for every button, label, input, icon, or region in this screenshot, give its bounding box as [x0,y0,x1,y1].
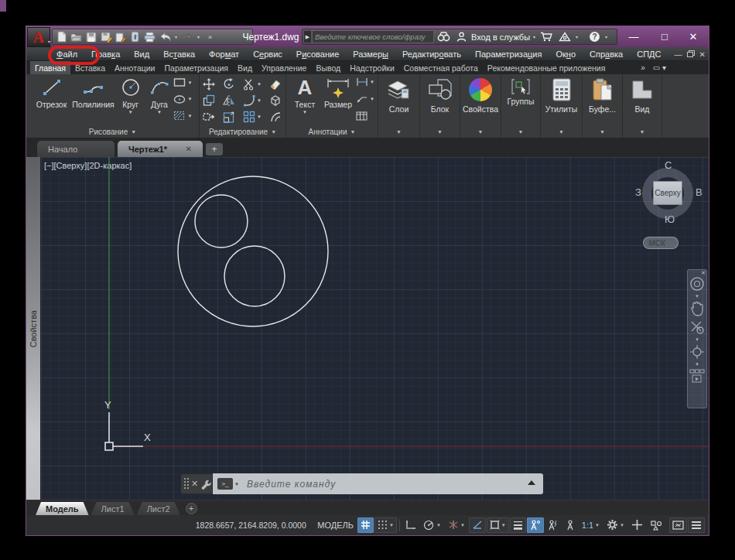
ribbon-panel-utilities[interactable]: Утилиты ▼ [541,74,583,138]
ribbon-tab-addins[interactable]: Надстройки [345,61,399,74]
ucs-button[interactable]: МСК⤢ [643,237,679,249]
orbit-icon[interactable] [689,344,705,360]
ribbon-panel-groups[interactable]: Группы ▼ [501,74,541,138]
menu-spds[interactable]: СПДС [630,50,668,59]
scale-list-button[interactable]: 1:1▼ [579,517,603,533]
ribbon-panel-block[interactable]: Блок ▼ [420,74,460,138]
ribbon-tab-parametric[interactable]: Параметризация [160,61,234,74]
grip-dots-icon[interactable] [183,477,189,490]
help-dropdown-icon[interactable]: ▾ [603,34,609,39]
save-icon[interactable] [85,31,97,43]
open-file-icon[interactable] [70,31,83,43]
text-button[interactable]: А Текст ▼ [289,74,320,125]
command-prompt-icon[interactable]: >_ [217,478,233,490]
plot-icon[interactable] [115,31,127,43]
command-dropdown-icon[interactable]: ▼ [234,482,239,487]
copy-icon[interactable] [203,94,223,107]
tab-close-icon[interactable]: ✕ [186,145,192,153]
array-icon[interactable]: ▼ [243,111,269,123]
rotate-icon[interactable] [223,78,243,90]
menu-tools[interactable]: Сервис [246,50,289,59]
user-icon[interactable] [456,32,467,42]
hatch-tool-icon[interactable]: ▼ [173,111,199,121]
new-layout-button[interactable]: + [186,503,197,514]
ellipse-tool-icon[interactable]: ▼ [173,94,199,104]
table-icon[interactable] [356,111,376,121]
settings-gear-button[interactable]: ▼ [603,517,627,533]
ribbon-tab-view[interactable]: Вид [233,61,257,74]
ribbon-panel-layers[interactable]: Слои ▼ [378,74,420,138]
explode-icon[interactable] [269,94,288,107]
customization-menu-button[interactable] [688,517,705,533]
signin-dropdown-icon[interactable]: ▾ [532,34,537,39]
new-file-icon[interactable] [56,31,68,43]
pan-hand-icon[interactable] [690,301,704,316]
close-button[interactable]: ✕ [682,26,705,46]
layout2-tab[interactable]: Лист2 [137,502,180,515]
annotation-autoscale-toggle[interactable] [545,517,562,533]
layout1-tab[interactable]: Лист1 [91,502,135,515]
mdi-close-icon[interactable]: ✕ [699,50,706,59]
command-line-handle[interactable]: ✕ [180,473,213,494]
autocad-logo-button[interactable]: A [27,27,50,47]
object-snap-toggle[interactable]: ▼ [487,517,509,533]
compass-south[interactable]: Ю [665,213,675,225]
rectangle-tool-icon[interactable]: ▼ [173,77,199,87]
menu-insert[interactable]: Вставка [156,50,202,59]
print-icon[interactable] [144,31,156,43]
fillet-icon[interactable]: ▼ [243,94,269,107]
menu-dimension[interactable]: Размеры [346,50,395,59]
mdi-restore-icon[interactable] [687,50,695,59]
annotation-panel-footer[interactable]: Аннотации▼ [286,125,378,138]
mobile-upload-icon[interactable] [129,31,142,43]
zoom-icon[interactable] [689,319,705,335]
redo-icon[interactable] [181,31,193,43]
cart-icon[interactable] [540,32,552,42]
steering-wheel-icon[interactable] [689,276,705,292]
mdi-minimize-icon[interactable]: — [675,50,682,59]
qat-more-icon[interactable]: » [208,33,212,41]
model-space-button[interactable]: МОДЕЛЬ [314,517,357,533]
ribbon-minimize-icon[interactable]: ▭ ▾ [653,63,666,72]
clean-screen-button[interactable] [669,517,687,533]
menu-help[interactable]: Справка [583,50,630,59]
trim-icon[interactable]: ▼ [243,78,269,90]
redo-dropdown-icon[interactable]: ▾ [196,34,201,39]
file-tab-start[interactable]: Начало [37,141,115,157]
mirror-icon[interactable] [223,94,243,107]
menu-view[interactable]: Вид [127,50,156,59]
menu-window[interactable]: Окно [549,50,583,59]
isoplane-toggle[interactable]: ▼ [445,517,468,533]
model-tab[interactable]: Модель [36,502,89,515]
leader-icon[interactable]: ▼ [356,94,376,104]
compass-east[interactable]: В [696,186,703,198]
compass-west[interactable]: З [635,186,641,198]
menu-draw[interactable]: Рисование [289,50,346,59]
wrench-icon[interactable] [200,479,211,490]
menu-parametric[interactable]: Параметризация [468,50,549,59]
ribbon-panel-clipboard[interactable]: Буфе... ▼ [583,74,623,138]
dim-linear-icon[interactable]: ▼ [356,77,376,87]
ribbon-tab-featured[interactable]: Рекомендованные приложения [483,61,610,74]
showmotion-icon[interactable] [689,369,705,383]
offset-icon[interactable] [269,111,288,123]
isolate-objects-button[interactable] [647,517,665,533]
scale-icon[interactable] [223,111,243,123]
file-tab-drawing1[interactable]: Чертеж1* ✕ [118,141,203,157]
collab-dropdown-icon[interactable]: ▾ [574,34,579,39]
ribbon-tab-annotate[interactable]: Аннотации [110,61,160,74]
draw-panel-footer[interactable]: Рисование▼ [26,125,199,138]
polar-tracking-toggle[interactable]: ▼ [420,517,444,533]
recent-commands-icon[interactable] [528,480,535,485]
object-snap-tracking-toggle[interactable] [469,517,486,533]
search-go-icon[interactable]: ▶ [303,30,312,43]
undo-dropdown-icon[interactable]: ▾ [173,34,179,39]
erase-icon[interactable] [269,78,288,90]
stretch-icon[interactable] [203,111,223,123]
menu-format[interactable]: Формат [202,50,246,59]
binoculars-icon[interactable] [437,32,450,42]
drawing-canvas[interactable]: [−][Сверху][2D-каркас] Y X С В [41,157,709,500]
polyline-button[interactable]: Полилиния [71,74,115,125]
ribbon-tab-overflow-icon[interactable]: » [641,63,645,72]
isolate-plus-button[interactable] [628,517,646,533]
